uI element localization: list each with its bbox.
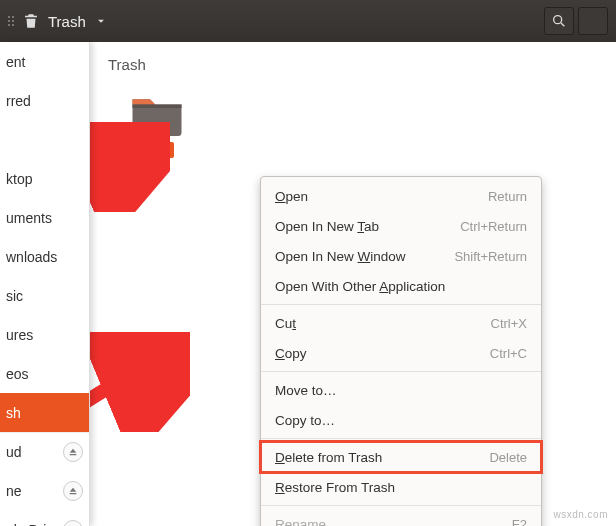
sidebar-item-label: eos bbox=[6, 366, 29, 382]
menu-separator bbox=[261, 505, 541, 506]
menu-item-label: Open With Other Application bbox=[275, 279, 445, 294]
menu-item-accelerator: Delete bbox=[489, 450, 527, 465]
folder-label: Files bbox=[136, 142, 173, 158]
sidebar-item[interactable]: uments bbox=[0, 198, 89, 237]
menu-item-accelerator: Ctrl+Return bbox=[460, 219, 527, 234]
content-pane[interactable]: Trash Files OpenReturnOpen In New TabCtr… bbox=[90, 42, 616, 526]
sidebar-item[interactable]: sic bbox=[0, 276, 89, 315]
sidebar-item[interactable]: sh bbox=[0, 393, 89, 432]
svg-rect-1 bbox=[133, 105, 182, 109]
menu-item: Rename…F2 bbox=[261, 509, 541, 526]
menu-item-label: Copy bbox=[275, 346, 307, 361]
location-dropdown-button[interactable] bbox=[92, 7, 110, 35]
sidebar-item[interactable]: rred bbox=[0, 81, 89, 120]
menu-item-label: Restore From Trash bbox=[275, 480, 395, 495]
menu-separator bbox=[261, 438, 541, 439]
sidebar-item-label: rred bbox=[6, 93, 31, 109]
menu-item-accelerator: Return bbox=[488, 189, 527, 204]
sidebar-item-label: ne bbox=[6, 483, 22, 499]
menu-item[interactable]: Open In New WindowShift+Return bbox=[261, 241, 541, 271]
eject-button[interactable] bbox=[63, 520, 83, 527]
titlebar: Trash bbox=[0, 0, 616, 42]
menu-item-accelerator: F2 bbox=[512, 517, 527, 527]
menu-separator bbox=[261, 371, 541, 372]
menu-item[interactable]: Restore From Trash bbox=[261, 472, 541, 502]
watermark: wsxdn.com bbox=[553, 509, 608, 520]
eject-button[interactable] bbox=[63, 481, 83, 501]
menu-item-accelerator: Shift+Return bbox=[454, 249, 527, 264]
sidebar-item-label: wnloads bbox=[6, 249, 57, 265]
menu-item[interactable]: Copy to… bbox=[261, 405, 541, 435]
sidebar-item-label: sh bbox=[6, 405, 21, 421]
location-header: Trash bbox=[108, 56, 146, 73]
sidebar-item-label: ktop bbox=[6, 171, 32, 187]
menu-item-label: Delete from Trash bbox=[275, 450, 382, 465]
toolbar-button[interactable] bbox=[578, 7, 608, 35]
sidebar: entrredktopumentswnloadssicureseosshudne… bbox=[0, 42, 90, 526]
sidebar-item[interactable]: ne bbox=[0, 471, 89, 510]
window-title: Trash bbox=[48, 13, 86, 30]
menu-item[interactable]: CutCtrl+X bbox=[261, 308, 541, 338]
menu-item-accelerator: Ctrl+X bbox=[491, 316, 527, 331]
menu-item[interactable]: CopyCtrl+C bbox=[261, 338, 541, 368]
sidebar-item[interactable]: ent bbox=[0, 42, 89, 81]
sidebar-item[interactable]: ures bbox=[0, 315, 89, 354]
menu-item[interactable]: Open In New TabCtrl+Return bbox=[261, 211, 541, 241]
sidebar-item-label: ent bbox=[6, 54, 25, 70]
sidebar-item[interactable]: wnloads bbox=[0, 237, 89, 276]
menu-item-label: Open In New Window bbox=[275, 249, 406, 264]
menu-item[interactable]: Delete from TrashDelete bbox=[261, 442, 541, 472]
folder-icon bbox=[129, 92, 181, 136]
menu-item-label: Rename… bbox=[275, 517, 340, 527]
menu-item[interactable]: Move to… bbox=[261, 375, 541, 405]
sidebar-item[interactable]: eos bbox=[0, 354, 89, 393]
eject-button[interactable] bbox=[63, 442, 83, 462]
drag-handle-icon bbox=[8, 1, 14, 41]
folder-item-files[interactable]: Files bbox=[122, 92, 188, 158]
menu-item-label: Copy to… bbox=[275, 413, 335, 428]
sidebar-item[interactable] bbox=[0, 120, 89, 159]
main-area: entrredktopumentswnloadssicureseosshudne… bbox=[0, 42, 616, 526]
menu-item-label: Cut bbox=[275, 316, 296, 331]
menu-item[interactable]: Open With Other Application bbox=[261, 271, 541, 301]
menu-item[interactable]: OpenReturn bbox=[261, 181, 541, 211]
menu-item-accelerator: Ctrl+C bbox=[490, 346, 527, 361]
menu-item-label: Open bbox=[275, 189, 308, 204]
trash-icon bbox=[22, 12, 40, 30]
context-menu: OpenReturnOpen In New TabCtrl+ReturnOpen… bbox=[260, 176, 542, 526]
sidebar-item[interactable]: ud bbox=[0, 432, 89, 471]
sidebar-item-label: ud bbox=[6, 444, 22, 460]
sidebar-item-label: uments bbox=[6, 210, 52, 226]
sidebar-item[interactable]: ktop bbox=[0, 159, 89, 198]
search-button[interactable] bbox=[544, 7, 574, 35]
sidebar-item-label: ures bbox=[6, 327, 33, 343]
menu-item-label: Open In New Tab bbox=[275, 219, 379, 234]
sidebar-item-label: sic bbox=[6, 288, 23, 304]
menu-separator bbox=[261, 304, 541, 305]
sidebar-item[interactable]: gle Drive bbox=[0, 510, 89, 526]
menu-item-label: Move to… bbox=[275, 383, 337, 398]
sidebar-item-label: gle Drive bbox=[6, 522, 61, 527]
svg-point-0 bbox=[554, 16, 562, 24]
